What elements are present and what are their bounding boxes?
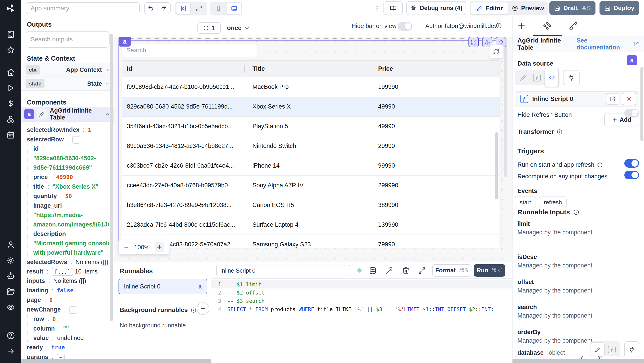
script-name-input[interactable] — [216, 265, 350, 276]
ai-bot-icon[interactable] — [6, 272, 15, 280]
static-source-icon[interactable] — [520, 74, 527, 81]
table-row[interactable]: 89c0a336-1343-4812-ac34-e4bb8e27...Ninte… — [122, 136, 500, 156]
recompute-toggle[interactable] — [624, 171, 639, 179]
ai-wand-icon[interactable] — [385, 266, 393, 275]
resources-icon[interactable] — [6, 115, 15, 124]
database-static-button-active[interactable] — [591, 342, 605, 357]
code-area[interactable]: 1-- $1 limit2-- $2 offset3-- $3 search4S… — [211, 279, 512, 313]
outputs-scrollbar[interactable] — [110, 34, 113, 321]
home-icon[interactable] — [6, 68, 15, 77]
template-source-icon[interactable]: ƒ — [533, 74, 541, 82]
rename-component-button[interactable] — [37, 109, 47, 120]
more-menu-button[interactable] — [372, 3, 382, 14]
table-scrollbar[interactable] — [495, 132, 498, 199]
code-line-1[interactable]: 1-- $1 limit — [211, 280, 512, 288]
table-row[interactable]: 829ca080-5630-4562-9d5e-7611199d...Xbox … — [122, 97, 500, 117]
expand-editor-icon[interactable] — [418, 266, 426, 275]
delete-script-icon[interactable] — [402, 266, 410, 275]
audit-logs-icon[interactable] — [6, 303, 15, 311]
grid-search-input[interactable] — [122, 44, 257, 57]
center-layout-button[interactable] — [176, 3, 191, 15]
schedules-icon[interactable] — [6, 131, 15, 139]
state-row[interactable]: state State — [21, 77, 114, 91]
folders-icon[interactable] — [6, 287, 15, 296]
tab-preview[interactable]: Preview — [509, 2, 547, 15]
canvas-scrollbar[interactable] — [504, 38, 507, 177]
zoom-out-button[interactable] — [124, 244, 129, 250]
table-row[interactable]: ccee43dc-27e0-40a8-b768-b09579b0...Sony … — [122, 176, 500, 195]
collapse-toggle[interactable]: − — [72, 136, 80, 144]
info-icon[interactable] — [496, 22, 502, 29]
draft-button[interactable]: Draft ⌘S — [550, 1, 596, 15]
detach-script-button[interactable] — [622, 93, 636, 105]
expand-result-button[interactable]: [...] — [52, 268, 73, 276]
collapse-toggle[interactable]: − — [69, 306, 77, 314]
debug-runs-button[interactable]: Debug runs (4) — [406, 1, 466, 15]
app-canvas[interactable]: a Id Title Price f991898d-cb27-4ac7-b10c… — [114, 37, 512, 262]
settings-tab-component-icon[interactable] — [543, 21, 552, 30]
add-transformer-button[interactable]: Add — [604, 113, 639, 126]
table-row[interactable]: 354f6afd-43ac-4321-b1bc-0b5e5adcb...Play… — [122, 117, 500, 136]
expand-component-button[interactable] — [468, 37, 479, 47]
desktop-view-button[interactable] — [227, 3, 242, 15]
users-icon[interactable] — [6, 240, 15, 249]
format-button[interactable]: Format ⌘S — [432, 264, 471, 277]
settings-icon[interactable] — [6, 256, 15, 264]
collapse-rail-icon[interactable] — [6, 347, 15, 355]
windmill-logo-icon[interactable] — [6, 3, 16, 14]
info-icon[interactable] — [190, 307, 196, 313]
component-refresh-button[interactable] — [489, 45, 503, 58]
info-icon[interactable] — [597, 162, 603, 168]
event-pill-start[interactable]: start — [515, 196, 536, 208]
docs-button[interactable] — [384, 1, 403, 15]
outputs-hscrollbar[interactable] — [21, 359, 114, 363]
database-connect-button[interactable] — [624, 341, 639, 358]
database-icon[interactable] — [369, 266, 377, 275]
component-tab-badge[interactable]: a — [118, 37, 131, 47]
runnable-item-inline-script-0[interactable]: Inline Script 0 a — [118, 279, 207, 294]
app-summary-input[interactable] — [26, 2, 140, 14]
settings-hscrollbar[interactable] — [512, 359, 644, 363]
run-mode-dropdown[interactable]: once — [227, 22, 250, 34]
help-icon[interactable] — [6, 331, 15, 340]
code-line-4[interactable]: 4SELECT * FROM products WHERE title ILIK… — [211, 305, 512, 313]
outputs-search-input[interactable] — [26, 31, 110, 48]
style-tab-brush-icon[interactable] — [569, 21, 578, 30]
undo-button[interactable] — [145, 3, 158, 14]
code-line-2[interactable]: 2-- $2 offset — [211, 288, 512, 297]
deploy-button[interactable]: Deploy — [600, 1, 639, 15]
hide-bar-toggle[interactable] — [398, 22, 412, 31]
workspace-icon[interactable] — [6, 30, 15, 39]
table-row[interactable]: 2128adca-7fc6-44bd-800c-dc115df6ac...Sur… — [122, 215, 500, 235]
mobile-view-button[interactable] — [211, 3, 226, 15]
insert-tab-plus-icon[interactable] — [517, 21, 526, 30]
runnables-hscrollbar[interactable] — [114, 359, 211, 363]
variables-icon[interactable] — [6, 99, 15, 108]
connect-source-button[interactable] — [563, 70, 580, 85]
run-on-start-toggle[interactable] — [624, 159, 639, 168]
column-separator[interactable] — [244, 65, 245, 73]
open-script-button[interactable] — [606, 93, 620, 105]
runs-icon[interactable] — [6, 84, 15, 92]
redo-button[interactable] — [158, 3, 170, 14]
column-header-title[interactable]: Title — [248, 65, 374, 72]
refresh-count-button[interactable]: 1 — [198, 22, 221, 34]
chevron-down-icon[interactable] — [104, 67, 110, 73]
column-header-price[interactable]: Price — [374, 65, 500, 72]
see-documentation-link[interactable]: See documentation — [577, 37, 639, 51]
code-line-3[interactable]: 3-- $3 search — [211, 297, 512, 305]
ctx-row[interactable]: ctx App Context — [21, 63, 114, 77]
component-output-row[interactable]: a AgGrid Infinite Table — [21, 107, 114, 122]
add-background-runnable-button[interactable] — [197, 302, 209, 315]
column-header-id[interactable]: Id — [122, 65, 248, 72]
info-icon[interactable] — [573, 209, 580, 215]
table-row[interactable]: b3e864c8-7fe3-4270-89e9-54c12038...Canon… — [122, 195, 500, 215]
settings-scrollbar[interactable] — [640, 67, 643, 141]
table-row[interactable]: f991898d-cb27-4ac7-b10c-0b9050ce1...MacB… — [122, 77, 500, 97]
code-source-button-active[interactable] — [544, 68, 559, 87]
run-button[interactable]: Run ⌘ ⏎ — [474, 264, 505, 277]
zoom-in-button[interactable] — [154, 242, 164, 252]
event-pill-refresh[interactable]: refresh — [539, 196, 567, 208]
table-row[interactable]: 4c83-8022-5e70a07a2...Samsung Galaxy S23… — [122, 235, 500, 248]
favorites-icon[interactable] — [6, 46, 15, 54]
